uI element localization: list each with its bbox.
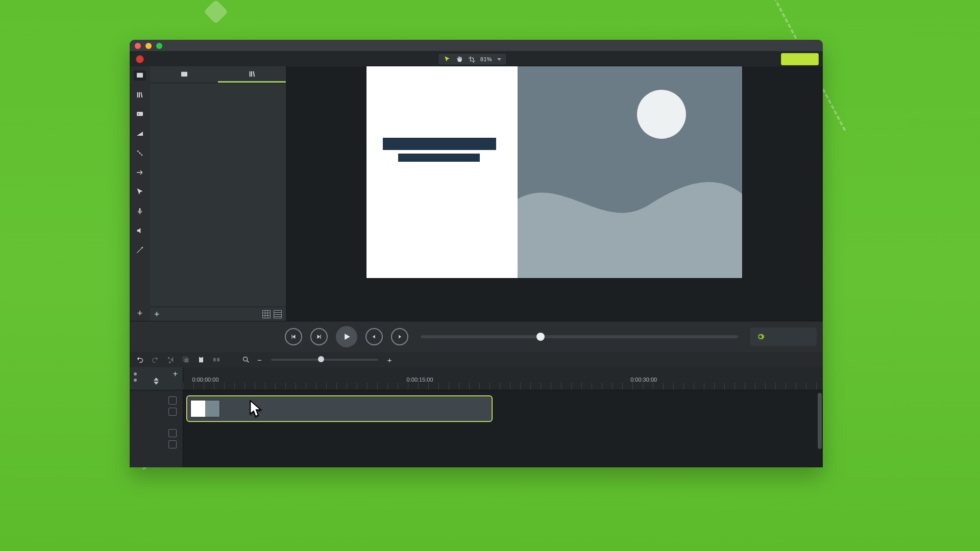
track-visibility-icon[interactable] [168,396,177,405]
window-close-button[interactable] [135,43,141,49]
scrollbar-thumb[interactable] [818,393,822,449]
ruler-label: 0:00:00:00 [192,377,219,383]
rail-cursor-effects[interactable] [134,187,146,197]
timeline-zoom-slider[interactable] [271,359,378,361]
timeline-body[interactable]: 0:00:00:00 0:00:15:00 0:00:30:00 [183,367,823,467]
window-titlebar [130,40,823,51]
svg-point-4 [139,153,141,154]
rail-annotations[interactable] [134,109,146,119]
zoom-fit-button[interactable] [242,356,250,364]
preview-canvas[interactable] [366,66,742,278]
step-back-button[interactable] [285,328,302,345]
paste-button[interactable] [197,356,205,364]
svg-rect-8 [181,72,187,77]
list-view-icon[interactable] [274,310,282,318]
zoom-out-button[interactable]: − [257,356,262,364]
track-lock-icon[interactable] [168,408,177,416]
rail-audio-effects[interactable] [134,226,146,236]
playback-bar [130,321,823,352]
rail-animations[interactable] [134,167,146,178]
svg-point-3 [137,151,139,152]
undo-button[interactable] [136,356,144,364]
edit-cursor-icon[interactable] [444,56,451,63]
timeline-track-headers: + [130,367,183,467]
canvas-options-button[interactable] [750,328,817,346]
play-button[interactable] [336,326,357,347]
copy-button[interactable] [182,356,190,364]
svg-point-7 [141,247,143,248]
rail-add-button[interactable]: + [130,305,150,321]
track-1[interactable] [183,394,817,421]
zoom-slider-knob[interactable] [318,356,324,362]
clip-selected[interactable] [186,395,493,422]
timeline-ruler[interactable]: 0:00:00:00 0:00:15:00 0:00:30:00 [183,367,823,390]
video-editor-window: 81% + [130,40,823,467]
desktop-background: 81% + [0,0,980,551]
redo-button[interactable] [151,356,159,364]
playhead-scrubber[interactable] [421,335,738,338]
svg-rect-12 [199,357,203,363]
edit-toolbar: − + [130,352,823,367]
rail-behaviors[interactable] [134,148,146,158]
grid-view-icon[interactable] [262,310,271,318]
panel-footer: + [150,307,286,321]
svg-rect-1 [137,112,143,116]
media-panel: + [150,66,286,321]
rail-media-bin[interactable] [134,70,146,81]
placeholder-title-bar [383,138,496,150]
window-minimize-button[interactable] [145,43,152,49]
track-header-2[interactable] [130,429,183,449]
chevron-down-icon[interactable] [497,58,501,61]
rail-library[interactable] [134,90,146,100]
rail-voice-narration[interactable] [134,206,146,216]
tab-library[interactable] [218,66,286,83]
window-traffic-lights [135,43,162,49]
timeline: + 0:00:00:00 0:00:15:00 0 [130,367,823,467]
cut-button[interactable] [166,356,175,364]
svg-rect-15 [217,358,219,362]
rail-visual-effects[interactable] [134,245,146,255]
svg-rect-0 [137,73,143,78]
timeline-top-controls: + [130,367,183,390]
timeline-options-icon[interactable] [134,372,137,382]
crop-icon[interactable] [468,56,475,63]
ruler-label: 0:00:30:00 [630,377,657,383]
prev-marker-button[interactable] [365,328,383,345]
svg-point-16 [243,357,248,361]
svg-rect-14 [213,358,216,362]
moon-icon [637,90,686,139]
playhead-knob[interactable] [536,333,545,341]
record-button[interactable] [136,55,144,63]
panel-add-button[interactable]: + [154,309,160,320]
svg-rect-6 [139,208,141,212]
pan-hand-icon[interactable] [456,56,463,63]
canvas-area[interactable] [286,66,823,321]
step-forward-button[interactable] [310,328,328,345]
panel-view-toggle [262,310,282,318]
zoom-in-button[interactable]: + [387,356,392,364]
gear-icon [756,333,765,341]
track-header-1[interactable] [130,396,183,416]
timeline-scrollbar[interactable] [818,393,822,463]
add-track-button[interactable]: + [173,369,178,379]
split-button[interactable] [212,356,220,364]
window-zoom-button[interactable] [156,43,162,49]
canvas-zoom-value[interactable]: 81% [480,56,492,62]
canvas-tool-group: 81% [438,53,507,65]
decorative-diamond [204,0,228,24]
chevron-down-icon[interactable] [154,382,159,385]
svg-point-5 [141,155,143,156]
preview-left-pane [366,66,518,278]
chevron-up-icon[interactable] [154,378,159,381]
track-lock-icon[interactable] [168,440,177,448]
share-button[interactable] [781,53,819,65]
panel-tabs [150,66,286,83]
app-toolbar: 81% [130,51,823,67]
rail-transitions[interactable] [134,129,146,139]
svg-point-2 [138,113,139,114]
tab-media[interactable] [150,66,218,83]
svg-rect-10 [184,358,188,362]
track-visibility-icon[interactable] [168,429,177,437]
track-2[interactable] [183,428,817,455]
next-marker-button[interactable] [391,328,408,345]
